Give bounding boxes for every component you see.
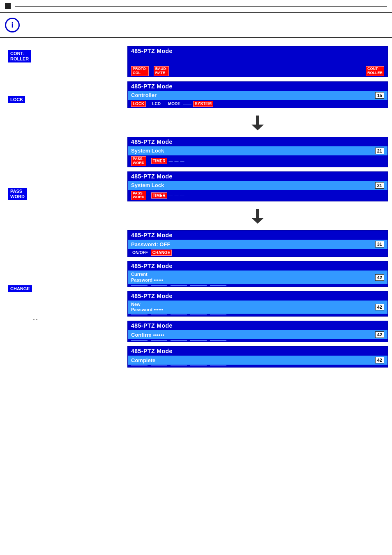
nav-lcd: LCD: [151, 101, 162, 106]
arrow-2: [127, 208, 388, 224]
ptz-content-7: NewPassword •••••• 42: [128, 301, 387, 314]
ptz-num-9: 42: [375, 357, 384, 363]
ptz-nav-4: PASSWORD TIMER — — —: [128, 190, 387, 201]
ptz-content-4: System Lock 21: [128, 181, 387, 190]
ptz-content-3: System Lock 21: [128, 146, 387, 155]
ptz-title-2: 485-PTZ Mode: [128, 82, 387, 91]
ptz-panel-1: 485-PTZ Mode PROTO-COL BAUD-RATE CONT-RO…: [127, 46, 388, 77]
nav-timer-4: TIMER: [151, 192, 167, 199]
down-arrow-1: [249, 115, 266, 131]
ptz-nav-1: PROTO-COL BAUD-RATE CONT-ROLLER: [128, 65, 387, 77]
top-bar-line: [15, 6, 387, 7]
ptz-num-6: 42: [375, 274, 384, 281]
arrow-1: [127, 115, 388, 131]
ptz-num-2: 15: [375, 92, 384, 99]
ptz-dashes-6: [128, 284, 387, 287]
ptz-nav-5: ON/OFF CHANGE — — —: [128, 249, 387, 257]
right-col: 485-PTZ Mode PROTO-COL BAUD-RATE CONT-RO…: [123, 42, 392, 372]
bottom-note: " ": [33, 318, 37, 323]
ptz-panel-8: 485-PTZ Mode Confirm •••••• 42: [127, 321, 388, 342]
ptz-title-6: 485-PTZ Mode: [128, 261, 387, 271]
ptz-num-8: 42: [375, 331, 384, 338]
ptz-panel-9: 485-PTZ Mode Complete 42: [127, 346, 388, 368]
nav-system: SYSTEM: [193, 101, 213, 107]
nav-onoff: ON/OFF: [131, 250, 149, 255]
ptz-nav-2: LOCK LCD MODE —— SYSTEM: [128, 100, 387, 108]
ptz-dashes-9: [128, 365, 387, 367]
ptz-panel-4: 485-PTZ Mode System Lock 21 PASSWORD TIM…: [127, 171, 388, 202]
change-label-area: CHANGE: [8, 284, 32, 292]
info-section: i: [0, 13, 392, 38]
top-bar: [0, 0, 392, 13]
lock-label-area: LOCK: [8, 95, 25, 103]
left-col: CONT-ROLLER LOCK PASSWORD CHANGE " ": [0, 42, 123, 372]
ptz-title-4: 485-PTZ Mode: [128, 172, 387, 181]
svg-marker-1: [251, 125, 264, 130]
ptz-content-5: Password: OFF 31: [128, 240, 387, 249]
ptz-panel-7: 485-PTZ Mode NewPassword •••••• 42: [127, 291, 388, 317]
ptz-num-5: 31: [375, 241, 384, 247]
ptz-title-8: 485-PTZ Mode: [128, 321, 387, 330]
ptz-content-9: Complete 42: [128, 356, 387, 365]
controller-badge: CONT-ROLLER: [8, 50, 31, 62]
nav-protocl: PROTO-COL: [131, 66, 149, 76]
ptz-title-3: 485-PTZ Mode: [128, 137, 387, 146]
ptz-title-1: 485-PTZ Mode: [128, 46, 387, 56]
ptz-num-7: 42: [375, 304, 384, 310]
lock-badge: LOCK: [8, 96, 25, 103]
info-icon: i: [5, 18, 20, 32]
ptz-content-6: CurrentPassword •••••• 42: [128, 271, 387, 284]
nav-timer-3: TIMER: [151, 158, 167, 164]
nav-password-3: PASSWORD: [131, 156, 146, 166]
nav-change: CHANGE: [151, 250, 172, 256]
ptz-num-4: 21: [375, 182, 384, 189]
controller-label-area: CONT-ROLLER: [8, 50, 31, 62]
top-bar-square: [5, 3, 11, 9]
ptz-content-2: Controller 15: [128, 91, 387, 100]
svg-rect-2: [256, 209, 259, 218]
nav-controller: CONT-ROLLER: [366, 66, 384, 76]
nav-password-4: PASSWORD: [131, 191, 146, 201]
ptz-panel-6: 485-PTZ Mode CurrentPassword •••••• 42: [127, 261, 388, 287]
ptz-content-8: Confirm •••••• 42: [128, 330, 387, 339]
ptz-dashes-7: [128, 314, 387, 316]
ptz-panel-2: 485-PTZ Mode Controller 15 LOCK LCD MODE…: [127, 81, 388, 108]
ptz-title-5: 485-PTZ Mode: [128, 231, 387, 240]
svg-marker-3: [251, 218, 264, 224]
change-badge: CHANGE: [8, 285, 32, 292]
ptz-nav-3: PASSWORD TIMER — — —: [128, 155, 387, 167]
nav-lock: LOCK: [131, 101, 146, 107]
password-label-area: PASSWORD: [8, 188, 27, 200]
ptz-num-3: 21: [375, 148, 384, 154]
ptz-title-7: 485-PTZ Mode: [128, 291, 387, 301]
ptz-panel-5: 485-PTZ Mode Password: OFF 31 ON/OFF CHA…: [127, 230, 388, 257]
complete-text: Complete: [131, 357, 155, 363]
ptz-empty-1: [128, 56, 387, 65]
nav-mode: MODE: [167, 101, 182, 106]
main-content: CONT-ROLLER LOCK PASSWORD CHANGE " " 485…: [0, 38, 392, 377]
ptz-dashes-8: [128, 339, 387, 342]
ptz-panel-3: 485-PTZ Mode System Lock 21 PASSWORD TIM…: [127, 137, 388, 167]
down-arrow-2: [249, 208, 266, 224]
ptz-title-9: 485-PTZ Mode: [128, 347, 387, 356]
svg-rect-0: [256, 116, 259, 125]
password-badge: PASSWORD: [8, 188, 27, 200]
nav-baudrate: BAUD-RATE: [154, 66, 169, 76]
